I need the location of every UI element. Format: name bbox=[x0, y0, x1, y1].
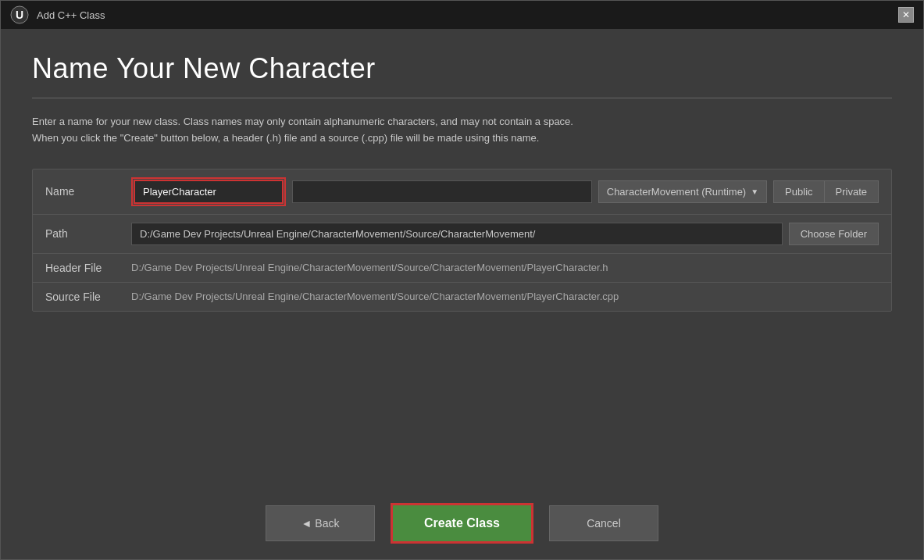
create-class-button[interactable]: Create Class bbox=[391, 503, 533, 544]
name-label: Name bbox=[45, 185, 131, 198]
main-content: Name Your New Character Enter a name for… bbox=[1, 29, 923, 487]
cancel-button[interactable]: Cancel bbox=[549, 505, 658, 541]
close-button[interactable]: ✕ bbox=[898, 7, 914, 23]
svg-text:U: U bbox=[16, 9, 23, 21]
back-button[interactable]: ◄ Back bbox=[266, 505, 375, 541]
source-file-value: D:/Game Dev Projects/Unreal Engine/Chara… bbox=[131, 291, 619, 302]
path-row: Path Choose Folder bbox=[33, 215, 891, 254]
bottom-bar: ◄ Back Create Class Cancel bbox=[1, 487, 923, 559]
header-file-label: Header File bbox=[45, 262, 131, 274]
description-text: Enter a name for your new class. Class n… bbox=[32, 114, 892, 147]
ue-logo-icon: U bbox=[10, 5, 29, 24]
choose-folder-button[interactable]: Choose Folder bbox=[789, 223, 879, 245]
name-extra-input[interactable] bbox=[292, 180, 592, 203]
form-container: Name CharacterMovement (Runtime) ▼ Publi… bbox=[32, 169, 892, 312]
title-bar: U Add C++ Class ✕ bbox=[1, 1, 923, 29]
description-line1: Enter a name for your new class. Class n… bbox=[32, 116, 573, 127]
header-file-value: D:/Game Dev Projects/Unreal Engine/Chara… bbox=[131, 262, 608, 273]
name-row: Name CharacterMovement (Runtime) ▼ Publi… bbox=[33, 169, 891, 215]
window: U Add C++ Class ✕ Name Your New Characte… bbox=[0, 0, 924, 560]
path-label: Path bbox=[45, 227, 131, 240]
description-line2: When you click the "Create" button below… bbox=[32, 132, 539, 144]
module-dropdown[interactable]: CharacterMovement (Runtime) ▼ bbox=[598, 180, 767, 203]
private-button[interactable]: Private bbox=[825, 181, 878, 202]
name-input[interactable] bbox=[134, 180, 284, 204]
name-row-wrapper: CharacterMovement (Runtime) ▼ Public Pri… bbox=[131, 177, 879, 206]
dropdown-label: CharacterMovement (Runtime) bbox=[607, 186, 746, 198]
title-bar-left: U Add C++ Class bbox=[10, 5, 105, 24]
dropdown-arrow-icon: ▼ bbox=[751, 187, 758, 196]
public-button[interactable]: Public bbox=[774, 181, 824, 202]
header-file-row: Header File D:/Game Dev Projects/Unreal … bbox=[33, 254, 891, 283]
path-input[interactable] bbox=[131, 223, 783, 245]
name-input-highlight bbox=[131, 177, 286, 206]
source-file-row: Source File D:/Game Dev Projects/Unreal … bbox=[33, 283, 891, 311]
divider bbox=[32, 98, 892, 98]
spacer bbox=[32, 312, 892, 472]
source-file-label: Source File bbox=[45, 291, 131, 303]
window-title: Add C++ Class bbox=[37, 9, 105, 21]
page-heading: Name Your New Character bbox=[32, 52, 892, 85]
access-buttons: Public Private bbox=[773, 180, 879, 203]
